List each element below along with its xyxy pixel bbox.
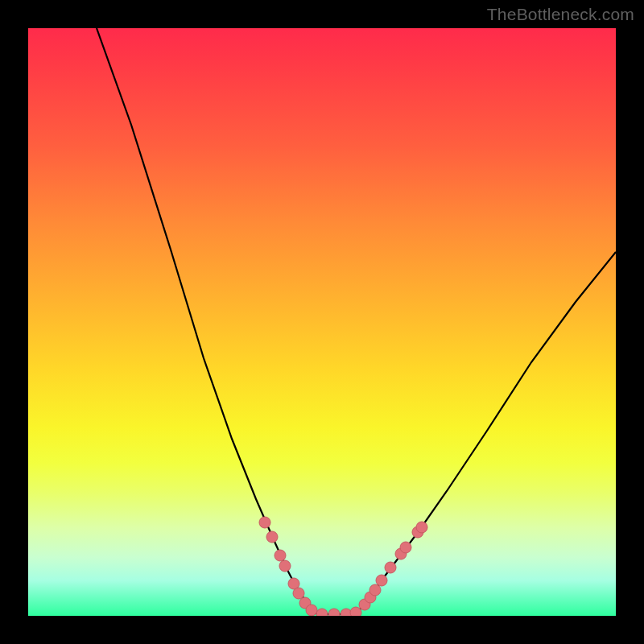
- data-marker: [369, 584, 381, 596]
- plot-area: [28, 28, 616, 616]
- curve-layer: [28, 28, 616, 616]
- data-marker: [306, 605, 317, 616]
- chart-frame: TheBottleneck.com: [0, 0, 644, 644]
- data-marker: [279, 560, 291, 572]
- left-curve-path: [97, 28, 316, 613]
- data-marker: [385, 562, 396, 573]
- data-marker: [275, 550, 286, 561]
- data-marker: [400, 542, 411, 553]
- marker-group: [259, 517, 427, 616]
- right-curve-path: [356, 252, 616, 613]
- data-marker: [376, 575, 387, 586]
- data-marker: [293, 588, 304, 599]
- data-marker: [316, 609, 328, 616]
- data-marker: [266, 531, 278, 543]
- data-marker: [416, 522, 427, 533]
- watermark-text: TheBottleneck.com: [487, 5, 634, 24]
- data-marker: [350, 607, 361, 616]
- data-marker: [259, 517, 270, 528]
- data-marker: [328, 609, 340, 616]
